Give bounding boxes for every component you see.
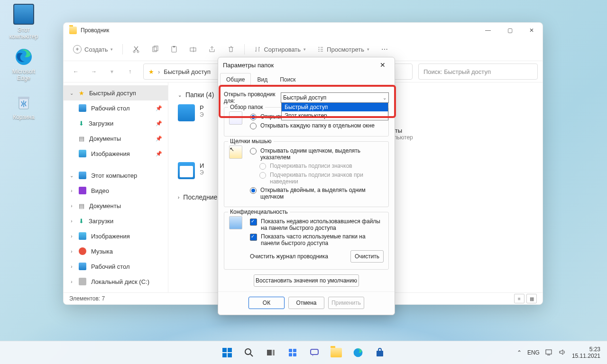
sidebar-item-thispc[interactable]: ⌄Этот компьютер: [64, 168, 168, 183]
apply-button[interactable]: Применить: [328, 297, 364, 309]
radio-underline-always: Подчеркивать подписи значков: [250, 163, 384, 170]
download-icon: ⬇: [79, 218, 84, 225]
clock[interactable]: 5:23 15.11.2021: [572, 346, 600, 359]
radio-click-double[interactable]: Открывать двойным, а выделять одним щелч…: [250, 187, 384, 200]
pin-icon: 📌: [156, 105, 162, 111]
document-icon: ▤: [79, 202, 84, 209]
close-button[interactable]: ✕: [521, 23, 543, 38]
radio-icon: [259, 172, 266, 179]
clear-label: Очистить журнал проводника: [250, 253, 347, 260]
sidebar-item-desktop[interactable]: Рабочий стол📌: [64, 100, 168, 116]
sidebar-item-video[interactable]: ›Видео: [64, 183, 168, 198]
dialog-close-button[interactable]: ✕: [376, 58, 390, 72]
more-icon[interactable]: ⋯: [376, 41, 393, 58]
desktop-icon-label: Этот компьютер: [6, 27, 42, 40]
sidebar-item-desktop2[interactable]: ›Рабочий стол: [64, 259, 168, 274]
view-list-button[interactable]: ≡: [514, 294, 524, 303]
dialog-titlebar[interactable]: Параметры папок ✕: [218, 57, 395, 73]
share-icon[interactable]: [203, 41, 221, 58]
desktop-icon-recycle[interactable]: Корзина: [6, 93, 42, 120]
pin-icon: 📌: [156, 136, 162, 142]
combo-dropdown: Быстрый доступ Этот компьютер: [281, 102, 388, 120]
svg-rect-10: [222, 348, 227, 352]
radio-icon: [259, 163, 266, 170]
forward-button[interactable]: →: [86, 64, 101, 79]
checkbox-icon: [250, 218, 257, 226]
svg-rect-21: [311, 349, 318, 355]
ok-button[interactable]: ОК: [248, 297, 285, 309]
svg-rect-12: [222, 353, 227, 357]
group-legend: Конфиденциальность: [228, 209, 290, 215]
check-recent-files[interactable]: Показать недавно использовавшиеся файлы …: [250, 218, 384, 231]
restore-defaults-button[interactable]: Восстановить значения по умолчанию: [254, 274, 359, 287]
sidebar-item-pictures[interactable]: Изображения📌: [64, 146, 168, 161]
widgets-button[interactable]: [283, 343, 302, 362]
tab-general[interactable]: Общие: [220, 73, 251, 86]
combo-option[interactable]: Этот компьютер: [282, 111, 388, 120]
delete-icon[interactable]: [222, 41, 239, 58]
desktop-icon-thispc[interactable]: Этот компьютер: [6, 4, 42, 40]
dialog-title: Параметры папок: [223, 62, 274, 69]
chat-button[interactable]: [305, 343, 324, 362]
sidebar-item-cdrive[interactable]: ›Локальный диск (C:): [64, 274, 168, 289]
maximize-button[interactable]: ▢: [499, 23, 521, 38]
sidebar-item-downloads[interactable]: ⬇Загрузки📌: [64, 116, 168, 131]
sidebar-item-documents[interactable]: ▤Документы📌: [64, 131, 168, 146]
svg-rect-23: [377, 351, 383, 356]
combo-option[interactable]: Быстрый доступ: [282, 103, 388, 111]
back-button[interactable]: ←: [68, 64, 83, 79]
radio-browse-new[interactable]: Открывать каждую папку в отдельном окне: [250, 122, 384, 129]
view-grid-button[interactable]: ▦: [526, 294, 537, 303]
monitor-icon: [13, 4, 34, 25]
copy-icon[interactable]: [147, 41, 164, 58]
sidebar-item-documents2[interactable]: ›▤Документы: [64, 198, 168, 213]
checkbox-icon: [250, 234, 257, 241]
sidebar-item-pictures2[interactable]: ›Изображения: [64, 228, 168, 244]
recycle-bin-icon: [14, 93, 33, 112]
svg-rect-13: [228, 353, 232, 357]
desktop-icon-edge[interactable]: Microsoft Edge: [6, 47, 42, 82]
check-frequent-folders[interactable]: Показать часто используемые папки на пан…: [250, 233, 384, 246]
titlebar[interactable]: Проводник ― ▢ ✕: [64, 23, 543, 38]
svg-rect-15: [267, 350, 272, 355]
svg-rect-2: [18, 97, 29, 99]
paste-icon[interactable]: [166, 41, 183, 58]
rename-icon[interactable]: [184, 41, 202, 58]
radio-icon: [250, 123, 257, 129]
tab-search[interactable]: Поиск: [274, 73, 302, 86]
tab-view[interactable]: Вид: [251, 73, 274, 86]
explorer-taskbar-button[interactable]: [327, 343, 346, 362]
new-button[interactable]: +Создать▾: [68, 42, 118, 56]
search-input[interactable]: Поиск: Быстрый доступ: [418, 64, 538, 80]
sort-button[interactable]: Сортировать▾: [249, 43, 311, 56]
pc-icon: [79, 172, 86, 179]
radio-click-single[interactable]: Открывать одним щелчком, выделять указат…: [250, 147, 384, 161]
start-button[interactable]: [218, 343, 237, 362]
tray-chevron-icon[interactable]: ⌃: [517, 349, 522, 356]
up-one-button[interactable]: ↑: [122, 64, 138, 79]
minimize-button[interactable]: ―: [477, 23, 499, 38]
group-legend: Щелчки мышью: [228, 138, 274, 145]
clear-button[interactable]: Очистить: [350, 250, 384, 263]
cut-icon[interactable]: [128, 41, 145, 58]
folder-options-dialog: Параметры папок ✕ Общие Вид Поиск Открыт…: [218, 57, 395, 315]
store-taskbar-button[interactable]: [370, 343, 389, 362]
drive-icon: [79, 278, 86, 285]
browse-icon: [229, 111, 242, 125]
view-button[interactable]: Просмотреть▾: [313, 43, 374, 56]
search-button[interactable]: [239, 343, 258, 362]
taskview-button[interactable]: [261, 343, 280, 362]
sidebar-item-music[interactable]: ›Музыка: [64, 244, 168, 259]
sidebar-item-quick[interactable]: ⌄★Быстрый доступ: [64, 85, 168, 100]
cancel-button[interactable]: Отмена: [288, 297, 324, 309]
language-indicator[interactable]: ENG: [527, 349, 540, 356]
folder-icon: [69, 27, 77, 34]
edge-taskbar-button[interactable]: [349, 343, 368, 362]
open-explorer-combo[interactable]: Быстрый доступ ⌄ Быстрый доступ Этот ком…: [281, 92, 389, 103]
picture-icon: [79, 232, 86, 240]
up-button[interactable]: ▾: [104, 64, 120, 79]
picture-icon: [79, 150, 86, 157]
volume-icon[interactable]: [559, 349, 566, 357]
network-icon[interactable]: [545, 349, 553, 357]
sidebar-item-downloads2[interactable]: ›⬇Загрузки: [64, 213, 168, 228]
